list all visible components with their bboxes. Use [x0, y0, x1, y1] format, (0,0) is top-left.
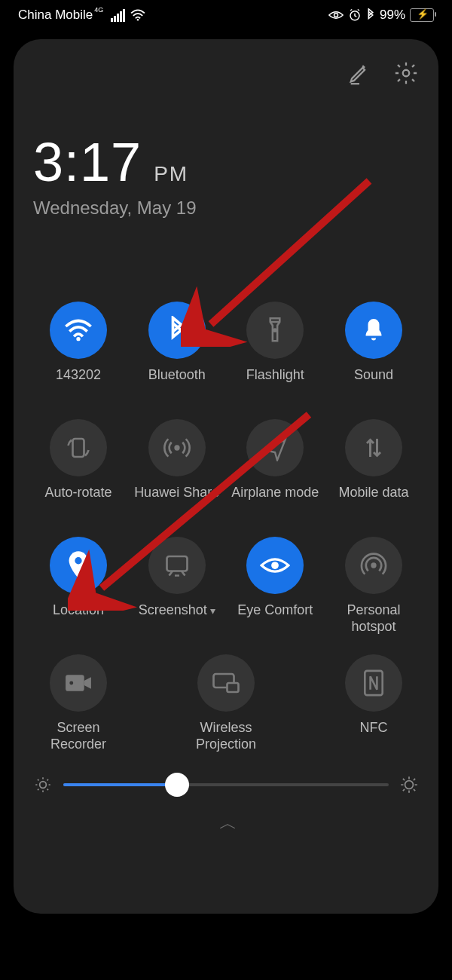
bluetooth-icon [366, 8, 375, 22]
svg-point-17 [40, 782, 47, 789]
toggle-label: Airplane mode [231, 484, 319, 517]
brightness-high-icon [399, 775, 419, 795]
svg-point-0 [137, 19, 139, 20]
brightness-low-icon [33, 775, 53, 795]
svg-rect-15 [228, 683, 239, 692]
svg-point-10 [271, 562, 279, 569]
toggle-nfc[interactable]: NFC [328, 654, 419, 752]
toggle-label: Auto-rotate [44, 484, 111, 517]
quick-settings-panel: 3:17 PM Wednesday, May 19 143202Bluetoot… [14, 39, 438, 914]
status-bar: China Mobile 4G 99% ⚡ [0, 0, 452, 30]
toggle-label: Flashlight [246, 366, 304, 400]
flashlight-icon [246, 302, 304, 359]
huaweishare-icon [148, 419, 206, 476]
toggle-grid: 143202BluetoothFlashlightSoundAuto-rotat… [33, 302, 419, 752]
svg-point-4 [76, 337, 80, 341]
carrier-name: China Mobile [18, 8, 93, 23]
toggle-bluetooth[interactable]: Bluetooth [132, 302, 222, 400]
toggle-label: Location [53, 602, 104, 635]
toggle-label: Bluetooth [148, 366, 206, 400]
toggle-screenshot[interactable]: Screenshot [132, 537, 222, 635]
toggle-label: Personal hotspot [328, 602, 419, 635]
toggle-location[interactable]: Location [33, 537, 124, 635]
toggle-airplane[interactable]: Airplane mode [230, 419, 320, 517]
toggle-label: Mobile data [338, 484, 408, 517]
toggle-huaweishare[interactable]: Huawei Share [132, 419, 222, 517]
svg-point-18 [405, 781, 414, 789]
edit-icon[interactable] [347, 60, 372, 86]
svg-point-11 [371, 562, 376, 568]
signal-icon [111, 9, 125, 22]
wifi-icon [50, 302, 107, 359]
network-indicator: 4G [94, 6, 103, 14]
sound-icon [345, 302, 402, 359]
time-text: 3:17 [33, 131, 142, 193]
toggle-label: Screenshot [139, 602, 215, 635]
toggle-label: Wireless Projection [181, 719, 271, 752]
eye-icon [328, 10, 344, 20]
screenshot-icon [148, 537, 206, 594]
bluetooth-icon [148, 302, 206, 359]
svg-point-8 [75, 557, 81, 564]
location-icon [50, 537, 107, 594]
toggle-hotspot[interactable]: Personal hotspot [328, 537, 419, 635]
ampm-text: PM [154, 162, 188, 186]
svg-rect-6 [73, 439, 84, 457]
gear-icon[interactable] [393, 60, 419, 86]
alarm-icon [348, 8, 362, 22]
recorder-icon [50, 654, 107, 712]
wifi-icon [130, 9, 146, 21]
svg-point-7 [174, 445, 179, 450]
mobiledata-icon [345, 419, 402, 476]
toggle-autorotate[interactable]: Auto-rotate [33, 419, 124, 517]
svg-point-5 [274, 329, 276, 331]
toggle-sound[interactable]: Sound [328, 302, 419, 400]
battery-percent: 99% [380, 8, 405, 23]
nfc-icon [345, 654, 402, 712]
svg-rect-9 [166, 556, 187, 571]
clock: 3:17 PM [33, 131, 419, 193]
eyecomfort-icon [246, 537, 304, 594]
toggle-projection[interactable]: Wireless Projection [181, 654, 271, 752]
svg-point-1 [334, 14, 337, 17]
svg-point-3 [403, 70, 410, 77]
autorotate-icon [50, 419, 107, 476]
toggle-label: NFC [360, 719, 388, 752]
date-text: Wednesday, May 19 [33, 198, 419, 219]
drag-handle-icon[interactable]: ︿ [33, 811, 419, 835]
toggle-recorder[interactable]: Screen Recorder [33, 654, 124, 752]
toggle-label: Sound [354, 366, 393, 400]
toggle-flashlight[interactable]: Flashlight [230, 302, 320, 400]
toggle-label: Huawei Share [134, 484, 219, 517]
battery-icon: ⚡ [410, 8, 434, 22]
toggle-label: Eye Comfort [237, 602, 313, 635]
svg-point-13 [69, 680, 75, 686]
brightness-slider[interactable] [63, 783, 389, 786]
toggle-eyecomfort[interactable]: Eye Comfort [230, 537, 320, 635]
projection-icon [197, 654, 255, 712]
toggle-wifi[interactable]: 143202 [33, 302, 124, 400]
toggle-mobiledata[interactable]: Mobile data [328, 419, 419, 517]
hotspot-icon [345, 537, 402, 594]
toggle-label: 143202 [56, 366, 101, 400]
airplane-icon [246, 419, 304, 476]
brightness-row [33, 775, 419, 795]
toggle-label: Screen Recorder [33, 719, 124, 752]
